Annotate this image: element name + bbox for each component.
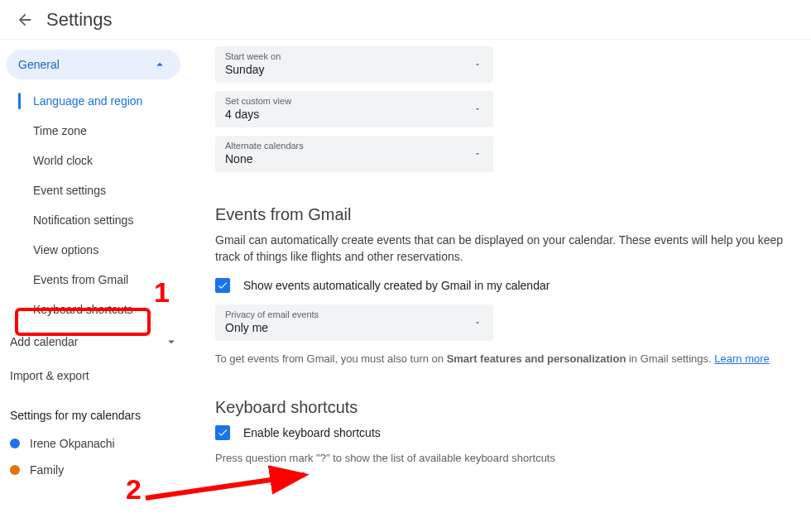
sidebar-section-add-calendar[interactable]: Add calendar: [7, 324, 192, 359]
sidebar-heading-my-calendars: Settings for my calendars: [7, 392, 192, 430]
checkmark-icon: [217, 427, 228, 439]
checkbox-enable-shortcuts[interactable]: [215, 425, 230, 440]
checkbox-label: Enable keyboard shortcuts: [243, 426, 381, 439]
checkbox-row-gmail-events: Show events automatically created by Gma…: [215, 278, 794, 293]
calendar-entry[interactable]: Irene Okpanachi: [7, 430, 192, 457]
sidebar-item-keyboard-shortcuts[interactable]: Keyboard shortcuts: [17, 295, 192, 324]
dropdown-label: Start week on: [225, 51, 483, 61]
calendar-entry[interactable]: Family: [7, 457, 192, 483]
chevron-up-icon: [152, 57, 167, 72]
chevron-down-icon: [164, 334, 179, 349]
section-title-keyboard-shortcuts: Keyboard shortcuts: [215, 398, 794, 417]
dropdown-value: 4 days: [225, 108, 483, 121]
checkbox-label: Show events automatically created by Gma…: [243, 279, 549, 292]
dropdown-value: None: [225, 152, 483, 165]
calendar-name: Irene Okpanachi: [30, 437, 115, 450]
sidebar-item-event-settings[interactable]: Event settings: [17, 175, 192, 205]
sidebar-section-label: Add calendar: [10, 335, 79, 348]
gmail-hint: To get events from Gmail, you must also …: [215, 352, 794, 365]
settings-main: Start week on Sunday Set custom view 4 d…: [199, 40, 811, 532]
dropdown-label: Privacy of email events: [225, 309, 483, 319]
settings-header: Settings: [0, 0, 811, 40]
dropdown-label: Alternate calendars: [225, 141, 483, 151]
sidebar-section-import-export[interactable]: Import & export: [7, 359, 192, 392]
section-desc-gmail: Gmail can automatically create events th…: [215, 232, 794, 265]
sidebar-section-label: General: [18, 58, 60, 71]
sidebar-general-sublist: Language and region Time zone World cloc…: [7, 86, 192, 324]
settings-sidebar: General Language and region Time zone Wo…: [0, 40, 199, 532]
sidebar-section-general[interactable]: General: [7, 50, 180, 79]
dropdown-alternate-calendars[interactable]: Alternate calendars None: [215, 136, 493, 172]
dropdown-start-week[interactable]: Start week on Sunday: [215, 46, 493, 83]
dropdown-label: Set custom view: [225, 96, 483, 106]
arrow-left-icon: [16, 11, 34, 29]
calendar-name: Family: [30, 463, 64, 477]
checkbox-show-gmail-events[interactable]: [215, 278, 230, 293]
caret-down-icon: [473, 105, 482, 113]
caret-down-icon: [473, 319, 482, 327]
checkbox-row-enable-shortcuts: Enable keyboard shortcuts: [215, 425, 794, 440]
calendar-color-dot: [10, 439, 20, 448]
sidebar-section-label: Import & export: [10, 369, 89, 382]
caret-down-icon: [473, 60, 482, 69]
back-button[interactable]: [10, 5, 40, 35]
keyboard-hint: Press question mark "?" to show the list…: [215, 452, 794, 464]
dropdown-value: Sunday: [225, 63, 483, 76]
dropdown-custom-view[interactable]: Set custom view 4 days: [215, 91, 493, 127]
section-title-gmail: Events from Gmail: [215, 205, 794, 224]
learn-more-link[interactable]: Learn more: [714, 352, 769, 365]
caret-down-icon: [473, 150, 482, 158]
page-title: Settings: [46, 9, 113, 31]
sidebar-item-events-from-gmail[interactable]: Events from Gmail: [17, 265, 192, 295]
calendar-color-dot: [10, 465, 20, 475]
sidebar-item-notification-settings[interactable]: Notification settings: [17, 205, 192, 235]
sidebar-item-view-options[interactable]: View options: [17, 235, 192, 265]
sidebar-item-language-region[interactable]: Language and region: [17, 86, 192, 116]
sidebar-item-time-zone[interactable]: Time zone: [17, 116, 192, 146]
dropdown-value: Only me: [225, 321, 483, 334]
sidebar-item-world-clock[interactable]: World clock: [17, 146, 192, 175]
dropdown-email-privacy[interactable]: Privacy of email events Only me: [215, 304, 493, 341]
checkmark-icon: [217, 280, 228, 291]
